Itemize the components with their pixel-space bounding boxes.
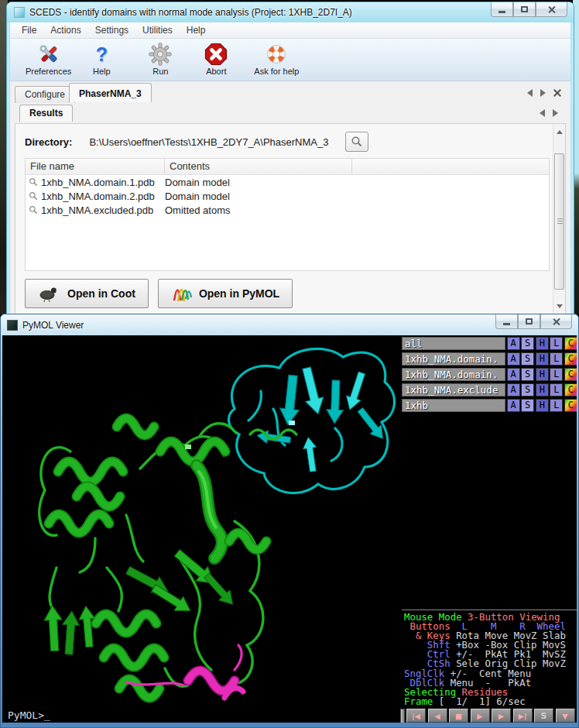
object-h-button[interactable]: H bbox=[536, 383, 549, 397]
object-h-button[interactable]: H bbox=[536, 352, 549, 366]
object-a-button[interactable]: A bbox=[507, 352, 520, 366]
object-name[interactable]: 1xhb_NMA.domain. bbox=[402, 352, 505, 366]
object-c-button[interactable]: C bbox=[564, 399, 577, 412]
object-h-button[interactable]: H bbox=[536, 368, 549, 381]
open-buttons-row: Open in Coot Open in PyMOL bbox=[25, 279, 293, 308]
object-l-button[interactable]: L bbox=[550, 399, 563, 412]
help-button[interactable]: ? Help bbox=[79, 41, 124, 77]
scrollbar-thumb[interactable] bbox=[554, 153, 564, 290]
molecule-viewport[interactable] bbox=[2, 335, 403, 723]
object-h-button[interactable]: H bbox=[536, 399, 549, 412]
results-scrollbar[interactable] bbox=[553, 124, 565, 314]
subtab-scroll-right-icon[interactable] bbox=[553, 109, 558, 117]
object-a-button[interactable]: A bbox=[507, 383, 520, 397]
object-s-button[interactable]: S bbox=[521, 399, 534, 412]
magnifier-icon bbox=[29, 191, 38, 201]
tab-results[interactable]: Results bbox=[19, 105, 73, 122]
goto-start-button[interactable]: |◀ bbox=[406, 709, 426, 723]
menu-settings[interactable]: Settings bbox=[88, 23, 135, 37]
object-a-button[interactable]: A bbox=[507, 399, 520, 412]
goto-end-button[interactable]: ▶| bbox=[513, 709, 533, 723]
ask-for-help-button[interactable]: Ask for help bbox=[246, 41, 307, 77]
sceds-body: File Actions Settings Utilities Help bbox=[10, 22, 570, 314]
open-in-pymol-button[interactable]: Open in PyMOL bbox=[158, 279, 293, 308]
object-name[interactable]: all bbox=[402, 337, 505, 350]
panel-grip-handle[interactable] bbox=[400, 709, 405, 723]
pymol-ribbon-icon bbox=[171, 283, 193, 304]
menu-file[interactable]: File bbox=[15, 23, 43, 37]
object-name[interactable]: 1xhb bbox=[402, 399, 505, 412]
column-file-name[interactable]: File name bbox=[26, 159, 165, 174]
menu-utilities[interactable]: Utilities bbox=[135, 23, 180, 37]
object-row: allASHLC bbox=[402, 337, 577, 350]
open-in-coot-button[interactable]: Open in Coot bbox=[25, 279, 149, 308]
selection-tick bbox=[185, 445, 191, 449]
step-forward-button[interactable]: ▶ bbox=[492, 709, 511, 723]
menu-dropdown-button[interactable]: ▼ bbox=[556, 709, 575, 723]
object-row: 1xhb_NMA.domain.ASHLC bbox=[402, 352, 577, 366]
object-h-button[interactable]: H bbox=[536, 337, 549, 350]
maximize-button[interactable] bbox=[513, 2, 536, 17]
object-s-button[interactable]: S bbox=[521, 383, 534, 397]
menu-help[interactable]: Help bbox=[180, 23, 213, 37]
file-name: 1xhb_NMA.domain.2.pdb bbox=[41, 191, 155, 202]
object-c-button[interactable]: C bbox=[564, 352, 577, 366]
object-c-button[interactable]: C bbox=[564, 368, 577, 381]
object-a-button[interactable]: A bbox=[507, 368, 520, 381]
scene-button[interactable]: S bbox=[534, 709, 553, 723]
object-l-button[interactable]: L bbox=[550, 383, 563, 397]
scroll-up-icon[interactable] bbox=[553, 125, 566, 138]
preferences-button[interactable]: Preferences bbox=[18, 41, 79, 77]
tab-scroll-left-icon[interactable] bbox=[527, 89, 533, 97]
column-contents[interactable]: Contents bbox=[165, 159, 352, 174]
object-name[interactable]: 1xhb_NMA.exclude bbox=[402, 383, 505, 397]
tab-configure[interactable]: Configure bbox=[15, 86, 75, 103]
object-a-button[interactable]: A bbox=[507, 337, 520, 350]
object-s-button[interactable]: S bbox=[521, 368, 534, 381]
pymol-command-prompt[interactable]: PyMOL>_ bbox=[8, 709, 50, 721]
subtab-scroll-left-icon[interactable] bbox=[540, 109, 545, 117]
tab-close-icon[interactable] bbox=[553, 89, 561, 97]
object-c-button[interactable]: C bbox=[564, 383, 577, 397]
screen: SCEDS - identify domains with normal mod… bbox=[0, 0, 579, 728]
object-panel-rows: allASHLC1xhb_NMA.domain.ASHLC1xhb_NMA.do… bbox=[402, 337, 577, 414]
file-row[interactable]: 1xhb_NMA.domain.2.pdbDomain model bbox=[26, 189, 549, 203]
object-c-button[interactable]: C bbox=[564, 337, 577, 350]
playback-controls: |◀◀■▶▶▶|S▼ bbox=[400, 708, 577, 723]
file-table-header[interactable]: File name Contents bbox=[26, 159, 549, 175]
tab-phasernma-3[interactable]: PhaserNMA_3 bbox=[69, 83, 152, 102]
object-s-button[interactable]: S bbox=[521, 352, 534, 366]
tab-scroll-right-icon[interactable] bbox=[540, 89, 546, 97]
pymol-minimize-button[interactable] bbox=[495, 314, 518, 329]
stop-button[interactable]: ■ bbox=[449, 709, 468, 723]
file-table[interactable]: File name Contents 1xhb_NMA.domain.1.pdb… bbox=[25, 158, 550, 271]
pymol-close-button[interactable] bbox=[540, 314, 572, 329]
file-row[interactable]: 1xhb_NMA.domain.1.pdbDomain model bbox=[26, 175, 549, 189]
object-l-button[interactable]: L bbox=[550, 352, 563, 366]
step-back-button[interactable]: ◀ bbox=[428, 709, 447, 723]
open-in-coot-label: Open in Coot bbox=[67, 287, 135, 300]
scroll-down-icon[interactable] bbox=[553, 300, 566, 312]
sceds-titlebar[interactable]: SCEDS - identify domains with normal mod… bbox=[7, 2, 574, 22]
minimize-icon bbox=[503, 323, 510, 325]
object-s-button[interactable]: S bbox=[521, 337, 534, 350]
mouse-mode-line: Frame [ 1/ 1] 6/sec bbox=[404, 697, 577, 706]
browse-directory-button[interactable] bbox=[345, 132, 368, 152]
directory-row: Directory: B:\Users\oeffner\Tests\1XHB_2… bbox=[25, 132, 368, 152]
pymol-titlebar[interactable]: PyMOL Viewer bbox=[1, 314, 578, 335]
close-button[interactable] bbox=[536, 2, 567, 17]
file-table-body: 1xhb_NMA.domain.1.pdbDomain model1xhb_NM… bbox=[26, 175, 549, 217]
pymol-caption-buttons bbox=[495, 314, 572, 329]
file-row[interactable]: 1xhb_NMA.excluded.pdbOmitted atoms bbox=[26, 203, 549, 217]
minimize-button[interactable] bbox=[491, 2, 513, 17]
run-button[interactable]: Run bbox=[138, 41, 183, 77]
close-icon bbox=[552, 318, 560, 326]
object-name[interactable]: 1xhb_NMA.domain. bbox=[402, 368, 505, 381]
object-l-button[interactable]: L bbox=[550, 337, 563, 350]
play-button[interactable]: ▶ bbox=[471, 709, 490, 723]
abort-button[interactable]: Abort bbox=[194, 41, 238, 77]
menu-actions[interactable]: Actions bbox=[43, 23, 87, 37]
object-l-button[interactable]: L bbox=[550, 368, 563, 381]
pymol-maximize-button[interactable] bbox=[518, 314, 540, 329]
file-contents: Omitted atoms bbox=[165, 204, 231, 216]
